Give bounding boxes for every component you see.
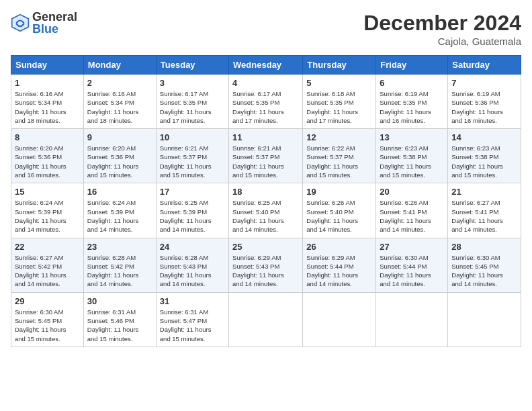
day-number: 16 bbox=[87, 187, 152, 197]
calendar-day-cell: 14Sunrise: 6:23 AM Sunset: 5:38 PM Dayli… bbox=[448, 129, 521, 183]
day-detail: Sunrise: 6:21 AM Sunset: 5:37 PM Dayligh… bbox=[232, 144, 299, 179]
day-detail: Sunrise: 6:28 AM Sunset: 5:42 PM Dayligh… bbox=[87, 253, 152, 289]
day-number: 20 bbox=[380, 187, 444, 197]
day-detail: Sunrise: 6:17 AM Sunset: 5:35 PM Dayligh… bbox=[160, 89, 225, 125]
title-block: December 2024 Cajola, Guatemala bbox=[363, 11, 521, 47]
calendar-day-cell: 9Sunrise: 6:20 AM Sunset: 5:36 PM Daylig… bbox=[83, 129, 156, 183]
calendar-day-header: Monday bbox=[83, 56, 156, 75]
calendar-day-cell: 20Sunrise: 6:26 AM Sunset: 5:41 PM Dayli… bbox=[376, 183, 448, 238]
calendar-day-cell: 31Sunrise: 6:31 AM Sunset: 5:47 PM Dayli… bbox=[156, 292, 228, 347]
calendar-day-cell bbox=[229, 292, 303, 347]
day-detail: Sunrise: 6:25 AM Sunset: 5:39 PM Dayligh… bbox=[160, 198, 225, 234]
calendar-day-cell: 17Sunrise: 6:25 AM Sunset: 5:39 PM Dayli… bbox=[156, 183, 228, 238]
calendar-day-cell: 5Sunrise: 6:18 AM Sunset: 5:35 PM Daylig… bbox=[303, 75, 376, 129]
day-number: 21 bbox=[451, 187, 517, 197]
calendar-header-row: SundayMondayTuesdayWednesdayThursdayFrid… bbox=[11, 56, 521, 75]
day-detail: Sunrise: 6:22 AM Sunset: 5:37 PM Dayligh… bbox=[306, 144, 372, 179]
day-detail: Sunrise: 6:25 AM Sunset: 5:40 PM Dayligh… bbox=[232, 198, 299, 234]
day-number: 29 bbox=[15, 296, 80, 306]
day-number: 2 bbox=[87, 78, 152, 88]
calendar-week-row: 8Sunrise: 6:20 AM Sunset: 5:36 PM Daylig… bbox=[11, 129, 521, 183]
logo: General Blue bbox=[11, 11, 77, 35]
day-number: 12 bbox=[306, 132, 372, 142]
day-number: 4 bbox=[232, 78, 299, 88]
calendar-day-cell: 3Sunrise: 6:17 AM Sunset: 5:35 PM Daylig… bbox=[156, 75, 228, 129]
day-number: 1 bbox=[15, 78, 80, 88]
day-detail: Sunrise: 6:16 AM Sunset: 5:34 PM Dayligh… bbox=[15, 89, 80, 125]
day-number: 28 bbox=[451, 242, 517, 252]
calendar-day-cell: 1Sunrise: 6:16 AM Sunset: 5:34 PM Daylig… bbox=[11, 75, 84, 129]
svg-marker-0 bbox=[13, 16, 28, 30]
calendar-day-cell bbox=[448, 292, 521, 347]
day-number: 3 bbox=[160, 78, 225, 88]
day-detail: Sunrise: 6:19 AM Sunset: 5:36 PM Dayligh… bbox=[451, 89, 517, 125]
day-detail: Sunrise: 6:20 AM Sunset: 5:36 PM Dayligh… bbox=[15, 144, 80, 179]
calendar-day-header: Tuesday bbox=[156, 56, 228, 75]
calendar-day-header: Thursday bbox=[303, 56, 376, 75]
calendar-day-header: Friday bbox=[376, 56, 448, 75]
day-detail: Sunrise: 6:24 AM Sunset: 5:39 PM Dayligh… bbox=[15, 198, 80, 234]
day-detail: Sunrise: 6:30 AM Sunset: 5:45 PM Dayligh… bbox=[15, 308, 80, 343]
calendar-day-header: Saturday bbox=[448, 56, 521, 75]
day-number: 23 bbox=[87, 242, 152, 252]
calendar-day-cell: 22Sunrise: 6:27 AM Sunset: 5:42 PM Dayli… bbox=[11, 238, 84, 292]
calendar-week-row: 1Sunrise: 6:16 AM Sunset: 5:34 PM Daylig… bbox=[11, 75, 521, 129]
day-detail: Sunrise: 6:27 AM Sunset: 5:42 PM Dayligh… bbox=[15, 253, 80, 289]
day-number: 18 bbox=[232, 187, 299, 197]
day-detail: Sunrise: 6:31 AM Sunset: 5:46 PM Dayligh… bbox=[87, 308, 152, 343]
calendar-day-cell: 28Sunrise: 6:30 AM Sunset: 5:45 PM Dayli… bbox=[448, 238, 521, 292]
calendar-day-cell: 29Sunrise: 6:30 AM Sunset: 5:45 PM Dayli… bbox=[11, 292, 84, 347]
calendar-day-header: Wednesday bbox=[229, 56, 303, 75]
day-number: 10 bbox=[160, 132, 225, 142]
day-detail: Sunrise: 6:29 AM Sunset: 5:44 PM Dayligh… bbox=[306, 253, 372, 289]
day-number: 24 bbox=[160, 242, 225, 252]
calendar-day-cell: 24Sunrise: 6:28 AM Sunset: 5:43 PM Dayli… bbox=[156, 238, 228, 292]
day-detail: Sunrise: 6:24 AM Sunset: 5:39 PM Dayligh… bbox=[87, 198, 152, 234]
day-number: 31 bbox=[160, 296, 225, 306]
day-detail: Sunrise: 6:18 AM Sunset: 5:35 PM Dayligh… bbox=[306, 89, 372, 125]
calendar-day-cell: 7Sunrise: 6:19 AM Sunset: 5:36 PM Daylig… bbox=[448, 75, 521, 129]
day-number: 9 bbox=[87, 132, 152, 142]
location: Cajola, Guatemala bbox=[363, 36, 521, 47]
calendar-week-row: 22Sunrise: 6:27 AM Sunset: 5:42 PM Dayli… bbox=[11, 238, 521, 292]
page-header: General Blue December 2024 Cajola, Guate… bbox=[11, 11, 521, 47]
day-detail: Sunrise: 6:16 AM Sunset: 5:34 PM Dayligh… bbox=[87, 89, 152, 125]
calendar-table: SundayMondayTuesdayWednesdayThursdayFrid… bbox=[11, 55, 521, 347]
calendar-day-cell: 10Sunrise: 6:21 AM Sunset: 5:37 PM Dayli… bbox=[156, 129, 228, 183]
month-title: December 2024 bbox=[363, 11, 521, 36]
calendar-day-cell: 30Sunrise: 6:31 AM Sunset: 5:46 PM Dayli… bbox=[83, 292, 156, 347]
calendar-day-cell: 21Sunrise: 6:27 AM Sunset: 5:41 PM Dayli… bbox=[448, 183, 521, 238]
day-detail: Sunrise: 6:30 AM Sunset: 5:45 PM Dayligh… bbox=[451, 253, 517, 289]
day-number: 26 bbox=[306, 242, 372, 252]
day-number: 14 bbox=[451, 132, 517, 142]
calendar-day-cell: 16Sunrise: 6:24 AM Sunset: 5:39 PM Dayli… bbox=[83, 183, 156, 238]
day-number: 30 bbox=[87, 296, 152, 306]
calendar-day-cell: 18Sunrise: 6:25 AM Sunset: 5:40 PM Dayli… bbox=[229, 183, 303, 238]
day-detail: Sunrise: 6:23 AM Sunset: 5:38 PM Dayligh… bbox=[380, 144, 444, 179]
calendar-week-row: 15Sunrise: 6:24 AM Sunset: 5:39 PM Dayli… bbox=[11, 183, 521, 238]
logo-text: General Blue bbox=[32, 11, 77, 35]
day-detail: Sunrise: 6:26 AM Sunset: 5:41 PM Dayligh… bbox=[380, 198, 444, 234]
calendar-day-cell: 26Sunrise: 6:29 AM Sunset: 5:44 PM Dayli… bbox=[303, 238, 376, 292]
day-detail: Sunrise: 6:30 AM Sunset: 5:44 PM Dayligh… bbox=[380, 253, 444, 289]
day-detail: Sunrise: 6:28 AM Sunset: 5:43 PM Dayligh… bbox=[160, 253, 225, 289]
day-number: 27 bbox=[380, 242, 444, 252]
calendar-day-cell: 4Sunrise: 6:17 AM Sunset: 5:35 PM Daylig… bbox=[229, 75, 303, 129]
calendar-day-cell: 23Sunrise: 6:28 AM Sunset: 5:42 PM Dayli… bbox=[83, 238, 156, 292]
calendar-day-cell: 2Sunrise: 6:16 AM Sunset: 5:34 PM Daylig… bbox=[83, 75, 156, 129]
day-number: 15 bbox=[15, 187, 80, 197]
day-number: 19 bbox=[306, 187, 372, 197]
calendar-day-cell: 11Sunrise: 6:21 AM Sunset: 5:37 PM Dayli… bbox=[229, 129, 303, 183]
calendar-day-cell: 25Sunrise: 6:29 AM Sunset: 5:43 PM Dayli… bbox=[229, 238, 303, 292]
logo-general: General bbox=[32, 11, 77, 23]
calendar-day-cell: 19Sunrise: 6:26 AM Sunset: 5:40 PM Dayli… bbox=[303, 183, 376, 238]
day-number: 8 bbox=[15, 132, 80, 142]
calendar-day-cell: 13Sunrise: 6:23 AM Sunset: 5:38 PM Dayli… bbox=[376, 129, 448, 183]
day-number: 7 bbox=[451, 78, 517, 88]
calendar-day-cell bbox=[376, 292, 448, 347]
day-detail: Sunrise: 6:23 AM Sunset: 5:38 PM Dayligh… bbox=[451, 144, 517, 179]
calendar-day-header: Sunday bbox=[11, 56, 84, 75]
day-number: 5 bbox=[306, 78, 372, 88]
logo-icon bbox=[11, 13, 30, 32]
day-number: 11 bbox=[232, 132, 299, 142]
